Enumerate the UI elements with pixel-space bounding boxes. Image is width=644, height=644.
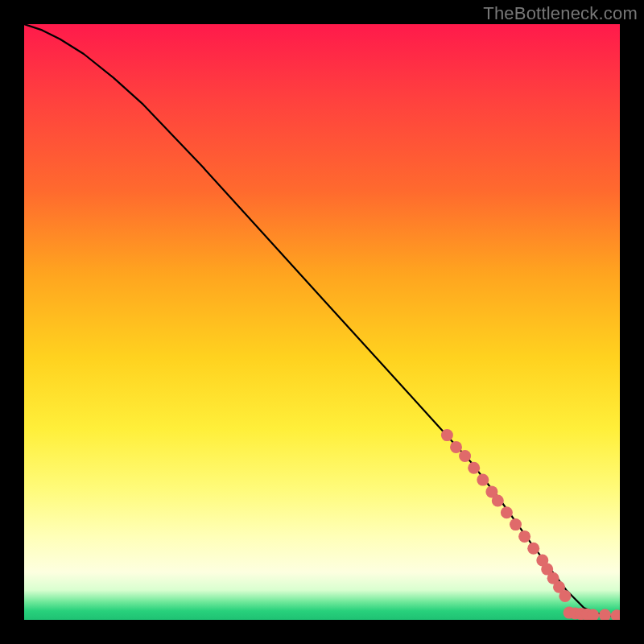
plot-area: [24, 24, 620, 620]
curve-layer: [24, 24, 620, 617]
watermark-text: TheBottleneck.com: [483, 3, 638, 24]
data-point: [527, 543, 539, 555]
chart-overlay: [24, 24, 620, 620]
curve-line: [24, 24, 620, 617]
data-point: [477, 474, 489, 486]
markers-layer: [441, 429, 620, 620]
data-point: [441, 429, 453, 441]
data-point: [450, 441, 462, 453]
data-point: [559, 590, 571, 602]
data-point: [518, 530, 530, 543]
data-point: [501, 506, 513, 518]
chart-frame: TheBottleneck.com: [0, 0, 644, 644]
data-point: [459, 450, 471, 462]
data-point: [510, 518, 522, 530]
data-point: [492, 495, 504, 507]
data-point: [468, 462, 480, 474]
data-point: [599, 609, 611, 620]
